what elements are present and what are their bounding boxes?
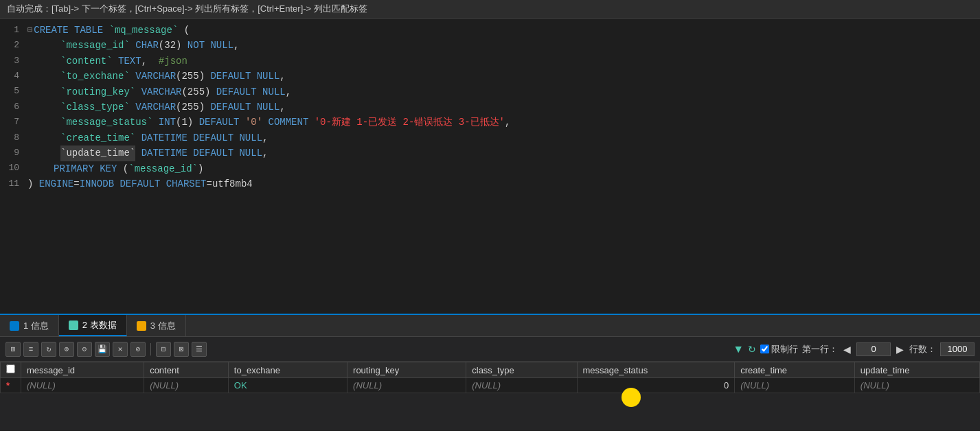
filter-icon[interactable]: ▼ bbox=[733, 343, 744, 356]
cell-routing_key[interactable]: (NULL) bbox=[347, 378, 466, 393]
col-header-check[interactable] bbox=[1, 362, 21, 378]
code-line-2: 2 `message_id` CHAR (32) NOT NULL , bbox=[0, 38, 980, 53]
data-table: message_id content to_exchane routing_ke… bbox=[0, 362, 980, 393]
limit-checkbox[interactable] bbox=[760, 345, 769, 353]
yellow-dot-indicator bbox=[622, 388, 641, 407]
col-header-class_type[interactable]: class_type bbox=[466, 362, 577, 378]
code-line-5: 5 `routing_key` VARCHAR (255) DEFAULT NU… bbox=[0, 84, 980, 100]
toolbar-hint: 自动完成：[Tab]-> 下一个标签，[Ctrl+Space]-> 列出所有标签… bbox=[0, 0, 980, 19]
select-all-checkbox[interactable] bbox=[6, 364, 15, 373]
first-row-label: 第一行： bbox=[802, 343, 838, 356]
cell-to_exchane[interactable]: OK bbox=[228, 378, 347, 393]
cell-update_time[interactable]: (NULL) bbox=[854, 378, 979, 393]
first-row-input[interactable] bbox=[856, 342, 891, 356]
code-line-4: 4 `to_exchane` VARCHAR (255) DEFAULT NUL… bbox=[0, 69, 980, 84]
table-row[interactable]: * (NULL) (NULL) OK (NULL) (NULL) 0 (NULL… bbox=[1, 378, 980, 393]
tab-info1-label: 1 信息 bbox=[23, 320, 49, 332]
tab-tabledata-label: 2 表数据 bbox=[82, 319, 117, 331]
tabs-bar: 1 信息 2 表数据 3 信息 bbox=[0, 315, 980, 337]
row-marker-cell: * bbox=[1, 378, 21, 393]
code-line-10: 10 PRIMARY KEY ( `message_id` ) bbox=[0, 161, 980, 176]
info1-icon bbox=[10, 321, 19, 331]
table-header-row: message_id content to_exchane routing_ke… bbox=[1, 362, 980, 378]
code-line-1: 1 ⊟ CREATE TABLE `mq_message` ( bbox=[0, 23, 980, 38]
data-toolbar: ⊞ ≡ ↻ ⊕ ⊖ 💾 ✕ ⊘ ⊟ ⊠ ☰ ▼ ↻ 限制行 第一行： ◀ ▶ 行… bbox=[0, 337, 980, 362]
code-line-8: 8 `create_time` DATETIME DEFAULT NULL , bbox=[0, 130, 980, 145]
next-page-btn[interactable]: ▶ bbox=[895, 344, 905, 355]
col-header-update_time[interactable]: update_time bbox=[854, 362, 979, 378]
row-count-input[interactable] bbox=[940, 342, 975, 356]
info2-icon bbox=[137, 321, 146, 331]
limit-label: 限制行 bbox=[771, 343, 798, 356]
table-view-btn[interactable]: ⊟ bbox=[156, 342, 171, 357]
code-editor[interactable]: 1 ⊟ CREATE TABLE `mq_message` ( 2 `messa… bbox=[0, 19, 980, 314]
bottom-panel: 1 信息 2 表数据 3 信息 ⊞ ≡ ↻ ⊕ ⊖ 💾 ✕ ⊘ ⊟ ⊠ ☰ ▼ … bbox=[0, 314, 980, 430]
refresh-icon2[interactable]: ↻ bbox=[748, 344, 756, 355]
code-line-7: 7 `message_status` INT (1) DEFAULT '0' C… bbox=[0, 115, 980, 130]
tab-info1[interactable]: 1 信息 bbox=[0, 315, 59, 336]
col-header-message_id[interactable]: message_id bbox=[21, 362, 144, 378]
refresh-btn[interactable]: ↻ bbox=[41, 342, 56, 357]
grid-icon-btn[interactable]: ⊞ bbox=[5, 342, 21, 357]
list-icon-btn[interactable]: ≡ bbox=[23, 342, 38, 357]
cell-create_time[interactable]: (NULL) bbox=[735, 378, 855, 393]
import-btn[interactable]: ⊕ bbox=[59, 342, 74, 357]
prev-page-btn[interactable]: ◀ bbox=[842, 344, 852, 355]
row-view-btn[interactable]: ☰ bbox=[192, 342, 207, 357]
separator1 bbox=[150, 343, 151, 356]
save-btn[interactable]: 💾 bbox=[95, 342, 110, 357]
col-header-content[interactable]: content bbox=[144, 362, 229, 378]
limit-check: 限制行 bbox=[760, 343, 798, 356]
col-header-to_exchane[interactable]: to_exchane bbox=[228, 362, 347, 378]
row-count-label: 行数： bbox=[909, 343, 936, 356]
col-header-create_time[interactable]: create_time bbox=[735, 362, 855, 378]
tab-info3[interactable]: 3 信息 bbox=[127, 315, 186, 336]
table-icon bbox=[69, 321, 78, 330]
delete-btn[interactable]: ✕ bbox=[113, 342, 128, 357]
toolbar-right: ▼ ↻ 限制行 第一行： ◀ ▶ 行数： bbox=[733, 342, 975, 356]
column-view-btn[interactable]: ⊠ bbox=[174, 342, 189, 357]
col-header-message_status[interactable]: message_status bbox=[577, 362, 735, 378]
clear-btn[interactable]: ⊘ bbox=[130, 342, 146, 357]
tab-info3-label: 3 信息 bbox=[150, 320, 176, 332]
cell-message_status[interactable]: 0 bbox=[577, 378, 735, 393]
data-table-wrapper: message_id content to_exchane routing_ke… bbox=[0, 362, 980, 393]
tab-tabledata[interactable]: 2 表数据 bbox=[59, 315, 127, 336]
col-header-routing_key[interactable]: routing_key bbox=[347, 362, 466, 378]
code-line-9: 9 `update_time` DATETIME DEFAULT NULL , bbox=[0, 145, 980, 161]
cell-class_type[interactable]: (NULL) bbox=[466, 378, 577, 393]
cell-message_id[interactable]: (NULL) bbox=[21, 378, 144, 393]
hint-text: 自动完成：[Tab]-> 下一个标签，[Ctrl+Space]-> 列出所有标签… bbox=[7, 3, 367, 14]
cell-content[interactable]: (NULL) bbox=[144, 378, 229, 393]
code-line-3: 3 `content` TEXT , #json bbox=[0, 54, 980, 69]
export-btn[interactable]: ⊖ bbox=[77, 342, 92, 357]
code-line-6: 6 `class_type` VARCHAR (255) DEFAULT NUL… bbox=[0, 100, 980, 115]
code-line-11: 11 ) ENGINE = INNODB DEFAULT CHARSET =ut… bbox=[0, 176, 980, 191]
